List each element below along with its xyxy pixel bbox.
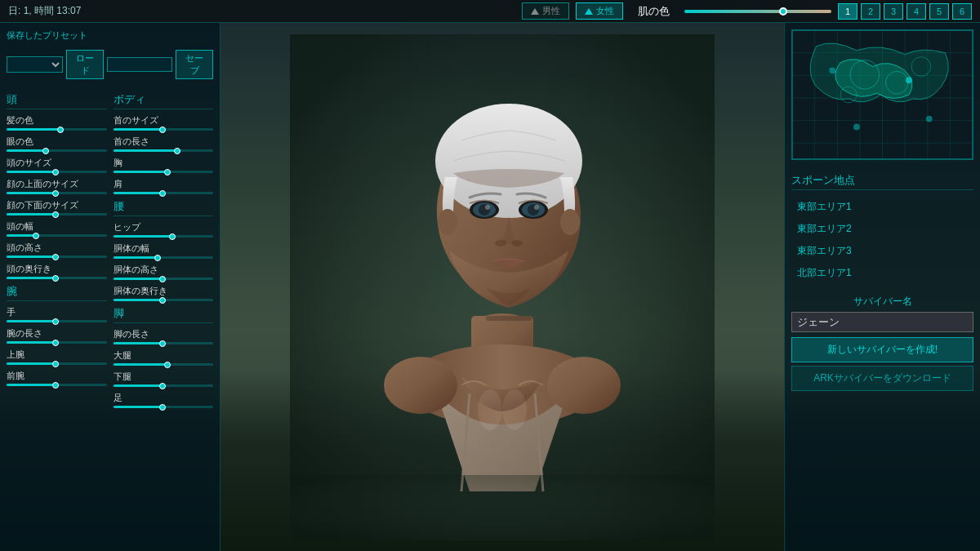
slot-button-6[interactable]: 6	[952, 3, 972, 20]
spawn-item-4[interactable]: 北部エリア1	[791, 263, 973, 283]
slider-track[interactable]	[114, 342, 214, 344]
svg-point-21	[478, 389, 502, 430]
slider-track[interactable]	[7, 149, 107, 152]
slider-row: 眼の色	[7, 136, 107, 152]
spawn-item-3[interactable]: 東部エリア3	[791, 241, 973, 261]
slider-track[interactable]	[114, 171, 214, 173]
male-gender-button[interactable]: 男性	[522, 2, 569, 20]
slot-button-5[interactable]: 5	[929, 3, 949, 20]
slider-track[interactable]	[7, 362, 107, 365]
slider-track[interactable]	[7, 256, 107, 258]
slider-label: 頭の高さ	[7, 242, 107, 254]
download-survivor-button[interactable]: ARKサバイバーをダウンロード	[791, 366, 973, 391]
slider-track[interactable]	[114, 149, 214, 152]
slot-buttons: 1 2 3 4 5 6	[838, 3, 972, 20]
slider-track[interactable]	[7, 234, 107, 237]
top-bar: 日: 1, 時間 13:07 男性 女性 肌の色 1 2 3 4 5	[0, 0, 980, 23]
slider-track[interactable]	[114, 406, 214, 408]
slider-label: 脚の長さ	[114, 328, 214, 340]
slider-row: 頭の高さ	[7, 242, 107, 258]
svg-point-4	[384, 357, 457, 414]
slider-label: 肩	[114, 178, 214, 190]
slider-track[interactable]	[7, 277, 107, 279]
slot-button-1[interactable]: 1	[838, 3, 858, 20]
slider-row: 胴体の高さ	[114, 264, 214, 280]
slider-row: 肩	[114, 178, 214, 194]
skin-slider[interactable]	[684, 10, 831, 13]
svg-point-8	[438, 209, 457, 235]
slider-label: 顔の下面のサイズ	[7, 199, 107, 211]
survivor-name-input[interactable]	[791, 312, 973, 332]
slider-track[interactable]	[7, 341, 107, 344]
slot-button-3[interactable]: 3	[884, 3, 903, 20]
slider-track[interactable]	[114, 278, 214, 280]
survivor-label: サバイバー名	[791, 295, 973, 309]
preset-name-input[interactable]	[107, 57, 172, 72]
slider-label: 頭の幅	[7, 220, 107, 233]
svg-point-18	[495, 240, 506, 247]
slider-row: 大腿	[114, 349, 214, 366]
slider-track[interactable]	[114, 384, 214, 387]
slider-track[interactable]	[114, 128, 214, 131]
right-panel: スポーン地点 東部エリア1 東部エリア2 東部エリア3 北部エリア1 サバイバー…	[784, 23, 980, 551]
spawn-section-title: スポーン地点	[791, 173, 973, 190]
slider-label: 腕の長さ	[7, 327, 107, 340]
female-gender-button[interactable]: 女性	[576, 2, 623, 20]
arm-section-title: 腕	[7, 284, 107, 301]
right-col: ボディ 首のサイズ首の長さ胸肩 腰 ヒップ胴体の幅胴体の高さ胴体の奥行き 脚 脚…	[114, 87, 214, 413]
slider-row: 胴体の幅	[114, 242, 214, 259]
slider-label: 顔の上面のサイズ	[7, 178, 107, 190]
slider-track[interactable]	[7, 320, 107, 322]
slider-label: 頭のサイズ	[7, 157, 107, 169]
slider-track[interactable]	[114, 192, 214, 194]
slider-label: 眼の色	[7, 136, 107, 148]
map-container	[791, 29, 973, 160]
slider-label: 首の長さ	[114, 136, 214, 148]
slider-track[interactable]	[114, 299, 214, 301]
svg-point-13	[485, 205, 490, 210]
male-label: 男性	[542, 5, 560, 17]
map-svg	[792, 30, 973, 159]
svg-point-44	[829, 67, 835, 73]
svg-rect-23	[290, 475, 715, 540]
svg-point-9	[560, 209, 580, 235]
spawn-item-2[interactable]: 東部エリア2	[791, 219, 973, 239]
slider-row: 下腿	[114, 371, 214, 387]
svg-point-7	[435, 104, 582, 218]
slider-track[interactable]	[7, 171, 107, 173]
save-button[interactable]: セーブ	[176, 50, 213, 79]
preset-select[interactable]	[7, 56, 63, 73]
triangle-up-icon	[531, 8, 539, 15]
slider-track[interactable]	[7, 384, 107, 386]
slider-track[interactable]	[7, 213, 107, 216]
slider-track[interactable]	[114, 235, 214, 238]
svg-point-43	[853, 124, 860, 131]
svg-point-17	[534, 205, 539, 210]
slider-label: 胴体の奥行き	[114, 285, 214, 297]
slider-row: 顔の下面のサイズ	[7, 199, 107, 216]
slider-label: 胸	[114, 157, 214, 169]
slider-row: 頭の奥行き	[7, 263, 107, 279]
female-label: 女性	[596, 5, 614, 17]
slider-track[interactable]	[7, 192, 107, 194]
slot-button-4[interactable]: 4	[906, 3, 926, 20]
slot-button-2[interactable]: 2	[861, 3, 880, 20]
skin-color-label: 肌の色	[638, 4, 670, 19]
slider-track[interactable]	[114, 256, 214, 259]
slider-label: ヒップ	[114, 221, 214, 233]
create-survivor-button[interactable]: 新しいサバイバーを作成!	[791, 337, 973, 362]
slider-row: 髪の色	[7, 114, 107, 131]
load-button[interactable]: ロード	[66, 50, 104, 79]
svg-point-22	[502, 389, 527, 430]
slider-row: 手	[7, 306, 107, 322]
slider-track[interactable]	[7, 128, 107, 131]
slider-row: 腕の長さ	[7, 327, 107, 344]
slider-label: 胴体の高さ	[114, 264, 214, 276]
slider-row: 頭のサイズ	[7, 157, 107, 173]
slider-row: 脚の長さ	[114, 328, 214, 344]
slider-label: 足	[114, 392, 214, 404]
slider-label: 首のサイズ	[114, 114, 214, 127]
svg-rect-20	[486, 316, 532, 321]
spawn-item-1[interactable]: 東部エリア1	[791, 197, 973, 217]
slider-track[interactable]	[114, 363, 214, 366]
